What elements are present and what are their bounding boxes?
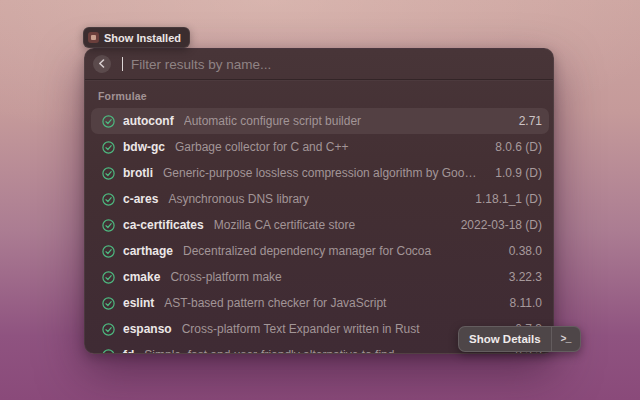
formula-name: ca-certificates xyxy=(123,218,204,232)
check-circle-icon xyxy=(102,245,115,258)
terminal-key-icon: >_ xyxy=(551,327,580,351)
formula-description: Generic-purpose lossless compression alg… xyxy=(163,166,479,180)
formula-version: 3.22.3 xyxy=(509,270,542,284)
formula-name: c-ares xyxy=(123,192,158,206)
formula-description: Cross-platform make xyxy=(170,270,492,284)
formula-description: Asynchronous DNS library xyxy=(168,192,459,206)
check-circle-icon xyxy=(102,141,115,154)
formula-name: eslint xyxy=(123,296,154,310)
formulae-list: autoconf Automatic configure script buil… xyxy=(85,106,553,354)
list-item[interactable]: ca-certificates Mozilla CA certificate s… xyxy=(91,212,549,238)
raycast-window: Formulae autoconf Automatic configure sc… xyxy=(84,48,554,354)
formula-description: Mozilla CA certificate store xyxy=(214,218,445,232)
formula-description: Simple, fast and user-friendly alternati… xyxy=(144,348,499,354)
text-cursor xyxy=(122,57,123,71)
check-circle-icon xyxy=(102,115,115,128)
check-circle-icon xyxy=(102,193,115,206)
formula-version: 0.38.0 xyxy=(509,244,542,258)
formula-name: cmake xyxy=(123,270,160,284)
check-circle-icon xyxy=(102,323,115,336)
check-circle-icon xyxy=(102,271,115,284)
list-item[interactable]: carthage Decentralized dependency manage… xyxy=(91,238,549,264)
search-bar xyxy=(85,49,553,80)
formula-version: 8.0.6 (D) xyxy=(495,140,542,154)
formula-description: Garbage collector for C and C++ xyxy=(175,140,479,154)
desktop-background: Show Installed Formulae autoconf Automat… xyxy=(0,0,640,400)
formula-version: 8.11.0 xyxy=(510,296,542,310)
formula-name: brotli xyxy=(123,166,153,180)
check-circle-icon xyxy=(102,167,115,180)
section-header: Formulae xyxy=(98,90,553,102)
formula-name: carthage xyxy=(123,244,173,258)
formula-version: 2022-03-18 (D) xyxy=(461,218,542,232)
formula-name: bdw-gc xyxy=(123,140,165,154)
list-item[interactable]: eslint AST-based pattern checker for Jav… xyxy=(91,290,549,316)
list-item[interactable]: bdw-gc Garbage collector for C and C++ 8… xyxy=(91,134,549,160)
list-item[interactable]: autoconf Automatic configure script buil… xyxy=(91,108,549,134)
list-item[interactable]: cmake Cross-platform make 3.22.3 xyxy=(91,264,549,290)
show-details-label: Show Details xyxy=(459,327,551,351)
formula-version: 1.0.9 (D) xyxy=(495,166,542,180)
check-circle-icon xyxy=(102,349,115,355)
formula-name: fd xyxy=(123,348,134,354)
show-installed-label: Show Installed xyxy=(104,32,181,44)
filter-icon xyxy=(88,32,99,43)
check-circle-icon xyxy=(102,297,115,310)
formula-description: Decentralized dependency manager for Coc… xyxy=(183,244,493,258)
list-item[interactable]: c-ares Asynchronous DNS library 1.18.1_1… xyxy=(91,186,549,212)
check-circle-icon xyxy=(102,219,115,232)
show-installed-button[interactable]: Show Installed xyxy=(83,27,190,48)
formula-version: 2.71 xyxy=(519,114,542,128)
formula-description: Cross-platform Text Expander written in … xyxy=(182,322,500,336)
formula-description: Automatic configure script builder xyxy=(184,114,503,128)
back-button[interactable] xyxy=(93,55,111,73)
formula-description: AST-based pattern checker for JavaScript xyxy=(164,296,493,310)
list-item[interactable]: brotli Generic-purpose lossless compress… xyxy=(91,160,549,186)
formula-version: 1.18.1_1 (D) xyxy=(475,192,542,206)
formula-name: autoconf xyxy=(123,114,174,128)
show-details-button[interactable]: Show Details >_ xyxy=(458,326,581,352)
search-input[interactable] xyxy=(131,57,543,72)
formula-name: espanso xyxy=(123,322,172,336)
chevron-left-icon xyxy=(98,59,105,68)
